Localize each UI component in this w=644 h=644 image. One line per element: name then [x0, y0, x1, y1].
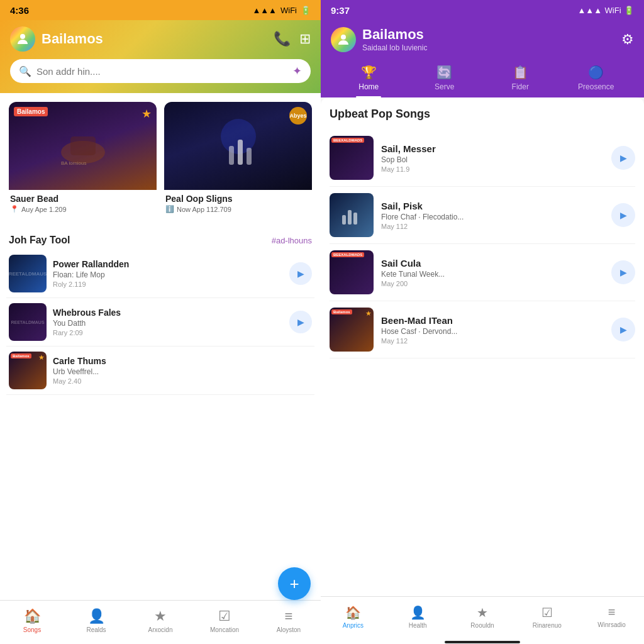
song-info-3: Carle Thums Urb Veeffrel... May 2.40 [53, 356, 312, 385]
right-song-item-3[interactable]: BEEXALDMADS Sail Cula Kete Tunal Week...… [330, 244, 635, 301]
grid-icon[interactable]: ⊞ [299, 31, 311, 47]
nav-songs[interactable]: 🏠 Songs [16, 608, 48, 633]
tab-home[interactable]: 🏆 Home [343, 65, 394, 97]
tab-serve[interactable]: 🔄 Serve [419, 65, 470, 97]
ai-search-icon[interactable]: ✦ [292, 64, 302, 78]
right-header: Bailamos Saidaal lob Iuvienic ⚙ 🏆 Home 🔄… [321, 20, 644, 97]
right-status-icons: ▲▲▲ WiFi 🔋 [577, 4, 634, 16]
card-2[interactable]: Abyes Peal Oop Sligns ℹ️ Now App 112.709 [164, 102, 312, 225]
right-song-date-2: May 112 [381, 223, 604, 230]
r-health-icon: 👤 [410, 605, 426, 620]
right-song-date-4: May 112 [381, 337, 604, 345]
tab-preosence-icon: 🔵 [588, 65, 604, 80]
song-info-2: Whebrous Fales You Datth Rary 2:09 [53, 308, 283, 336]
card-sub-2: ℹ️ Now App 112.709 [165, 205, 311, 213]
fab-add-button[interactable]: + [278, 567, 311, 600]
right-song-item-4[interactable]: Bailamos ★ Been-Mad ITean Hose Casf · De… [330, 301, 635, 358]
svg-rect-10 [348, 210, 352, 225]
card-1[interactable]: Bailamos ★ BA lornious Sauer Bead 📍 Auy … [9, 102, 157, 225]
left-panel: 4:36 ▲▲▲ WiFi 🔋 Bailamos 📞 ⊞ 🔍 ✦ [0, 0, 321, 644]
content-section-title: Upbeat Pop Songs [330, 108, 635, 121]
right-song-date-1: May 11.9 [381, 165, 604, 173]
right-song-artist-1: Sop Bol [381, 155, 604, 164]
section-link[interactable]: #ad-lhouns [272, 236, 312, 245]
r-rinarenuo-icon: ☑ [541, 605, 553, 620]
svg-rect-11 [353, 213, 357, 225]
right-header-top: Bailamos Saidaal lob Iuvienic ⚙ [331, 26, 634, 52]
card-info-icon: ℹ️ [165, 205, 174, 213]
play-button-2[interactable]: ▶ [289, 311, 312, 333]
tab-home-icon: 🏆 [361, 65, 377, 80]
tab-serve-icon: 🔄 [436, 65, 452, 80]
song-date-2: Rary 2:09 [53, 329, 283, 336]
left-header-row: Bailamos 📞 ⊞ [10, 26, 311, 52]
song-thumb-1: REETALDMAUS [9, 255, 47, 292]
card-brand-2: Abyes [289, 107, 307, 125]
right-song-item-1[interactable]: BEEXALDMADS Sail, Messer Sop Bol May 11.… [330, 130, 635, 187]
card-img-1: Bailamos ★ BA lornious [9, 102, 157, 190]
thumb-label-3: Bailamos [11, 353, 31, 358]
phone-icon[interactable]: 📞 [274, 31, 291, 47]
right-play-btn-2[interactable]: ▶ [611, 203, 635, 227]
svg-rect-6 [238, 140, 243, 165]
right-panel: 9:37 ▲▲▲ WiFi 🔋 Bailamos Saidaal lob Iuv… [321, 0, 644, 644]
settings-icon[interactable]: ⚙ [621, 31, 634, 48]
right-avatar [331, 27, 356, 52]
r-signal-icon: ▲▲▲ [577, 6, 602, 15]
search-icon: 🔍 [19, 65, 31, 77]
left-header: Bailamos 📞 ⊞ 🔍 ✦ [0, 20, 321, 93]
tab-preosence[interactable]: 🔵 Preosence [571, 65, 621, 97]
right-play-btn-1[interactable]: ▶ [611, 146, 635, 170]
r-thumb-img-3: BEEXALDMADS [330, 250, 374, 294]
svg-point-0 [20, 34, 25, 39]
right-song-date-3: May 200 [381, 280, 604, 287]
card-bottom-2: Peal Oop Sligns ℹ️ Now App 112.709 [164, 190, 312, 213]
avatar [10, 26, 35, 52]
r-thumb-star-4: ★ [365, 309, 372, 318]
song-item-3[interactable]: Bailamos ★ Carle Thums Urb Veeffrel... M… [6, 347, 314, 395]
card-title-2: Peal Oop Sligns [165, 194, 311, 204]
right-play-btn-3[interactable]: ▶ [611, 260, 635, 284]
song-date-1: Roly 2.119 [53, 280, 283, 288]
r-nav-health[interactable]: 👤 Health [402, 605, 433, 629]
r-thumb-label-3: BEEXALDMADS [331, 252, 364, 257]
song-item-1[interactable]: REETALDMAUS Power Rallandden Floan: Life… [6, 250, 314, 298]
nav-aloyston[interactable]: ≡ Aloyston [273, 608, 304, 633]
song-artist-2: You Datth [53, 319, 283, 328]
header-icons: 📞 ⊞ [274, 31, 311, 47]
left-bottom-nav: 🏠 Songs 👤 Realds ★ Arxocidn ☑ Moncation … [0, 600, 321, 644]
right-play-btn-4[interactable]: ▶ [611, 318, 635, 341]
wifi-icon: WiFi [280, 6, 297, 15]
left-status-icons: ▲▲▲ WiFi 🔋 [252, 6, 311, 15]
right-song-artist-3: Kete Tunal Week... [381, 270, 604, 279]
tab-fider-icon: 📋 [513, 65, 528, 80]
song-thumb-img-2: REETALDMAUS [9, 303, 47, 341]
r-nav-rinarenuo[interactable]: ☑ Rinarenuo [531, 605, 563, 629]
r-thumb-img-4: Bailamos ★ [330, 308, 374, 352]
nav-arxocidn[interactable]: ★ Arxocidn [145, 608, 176, 633]
card-label-1: Bailamos [14, 107, 48, 116]
r-winrsadio-icon: ≡ [608, 605, 616, 619]
right-song-info-3: Sail Cula Kete Tunal Week... May 200 [381, 258, 604, 287]
tab-fider[interactable]: 📋 Fider [495, 65, 545, 97]
signal-icon: ▲▲▲ [252, 6, 277, 15]
play-button-1[interactable]: ▶ [289, 262, 312, 285]
svg-rect-2 [70, 136, 96, 155]
nav-realds[interactable]: 👤 Realds [80, 608, 112, 633]
right-header-left: Bailamos Saidaal lob Iuvienic [331, 26, 427, 52]
r-thumb-img-1: BEEXALDMADS [330, 136, 374, 180]
nav-moncation[interactable]: ☑ Moncation [209, 608, 240, 633]
r-nav-winrsadio[interactable]: ≡ Winrsadio [596, 605, 628, 628]
right-bottom-nav: 🏠 Anprics 👤 Health ★ Roouldn ☑ Rinarenuo… [321, 596, 644, 640]
r-nav-roouldn[interactable]: ★ Roouldn [467, 605, 498, 629]
right-song-artist-4: Hose Casf · Dervond... [381, 327, 604, 336]
right-song-name-4: Been-Mad ITean [381, 315, 604, 326]
svg-text:BA lornious: BA lornious [61, 160, 86, 166]
right-song-thumb-2 [330, 193, 374, 237]
search-input[interactable] [36, 66, 287, 77]
song-thumb-2: REETALDMAUS [9, 303, 47, 341]
r-nav-anprics[interactable]: 🏠 Anprics [337, 605, 369, 629]
right-song-item-2[interactable]: Sail, Pisk Flore Chaf · Flecodatio... Ma… [330, 187, 635, 244]
right-app-title: Bailamos [362, 26, 427, 43]
song-item-2[interactable]: REETALDMAUS Whebrous Fales You Datth Rar… [6, 298, 314, 347]
